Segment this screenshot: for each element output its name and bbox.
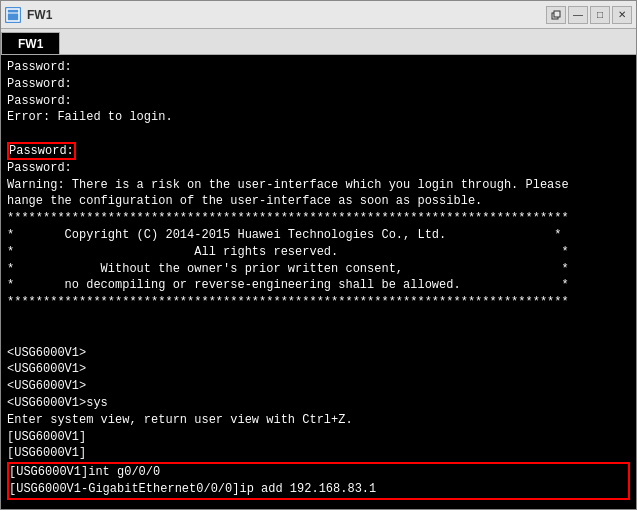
svg-rect-0 [7, 9, 19, 21]
terminal-line-5: Password: [7, 143, 630, 160]
terminal-line-16 [7, 328, 630, 345]
terminal-line-9: ****************************************… [7, 210, 630, 227]
terminal-line-1: Password: [7, 76, 630, 93]
close-button[interactable]: ✕ [612, 6, 632, 24]
terminal-line-4 [7, 126, 630, 143]
tab-fw1[interactable]: FW1 [1, 32, 60, 54]
terminal-line-15 [7, 311, 630, 328]
terminal-line-22: [USG6000V1] [7, 429, 630, 446]
terminal-line-17: <USG6000V1> [7, 345, 630, 362]
maximize-button[interactable]: □ [590, 6, 610, 24]
title-bar-buttons: — □ ✕ [546, 6, 632, 24]
terminal-line-20: <USG6000V1>sys [7, 395, 630, 412]
terminal-line-14: ****************************************… [7, 294, 630, 311]
terminal-line-2: Password: [7, 93, 630, 110]
cmd-highlight-box: [USG6000V1]int g0/0/0 [USG6000V1-Gigabit… [7, 462, 630, 500]
terminal-line-25: [USG6000V1-GigabitEthernet0/0/0]ip add 1… [9, 481, 628, 498]
main-window: FW1 — □ ✕ FW1 Password: Password: Passwo… [0, 0, 637, 510]
terminal-line-24: [USG6000V1]int g0/0/0 [9, 464, 628, 481]
window-title: FW1 [27, 8, 52, 22]
minimize-button[interactable]: — [568, 6, 588, 24]
window-icon [5, 7, 21, 23]
title-bar: FW1 — □ ✕ [1, 1, 636, 29]
terminal-line-11: * All rights reserved. * [7, 244, 630, 261]
terminal-line-3: Error: Failed to login. [7, 109, 630, 126]
terminal-line-0: Password: [7, 59, 630, 76]
terminal-line-7: Warning: There is a risk on the user-int… [7, 177, 630, 194]
terminal[interactable]: Password: Password: Password: Error: Fai… [1, 55, 636, 509]
terminal-line-21: Enter system view, return user view with… [7, 412, 630, 429]
svg-rect-3 [554, 11, 560, 17]
restore-button[interactable] [546, 6, 566, 24]
terminal-line-12: * Without the owner's prior written cons… [7, 261, 630, 278]
terminal-line-13: * no decompiling or reverse-engineering … [7, 277, 630, 294]
terminal-line-23: [USG6000V1] [7, 445, 630, 462]
terminal-line-18: <USG6000V1> [7, 361, 630, 378]
terminal-line-10: * Copyright (C) 2014-2015 Huawei Technol… [7, 227, 630, 244]
tab-bar: FW1 [1, 29, 636, 55]
terminal-line-6: Password: [7, 160, 630, 177]
title-bar-left: FW1 [5, 7, 52, 23]
terminal-line-19: <USG6000V1> [7, 378, 630, 395]
password-highlight: Password: [7, 142, 76, 160]
terminal-line-8: hange the configuration of the user-inte… [7, 193, 630, 210]
